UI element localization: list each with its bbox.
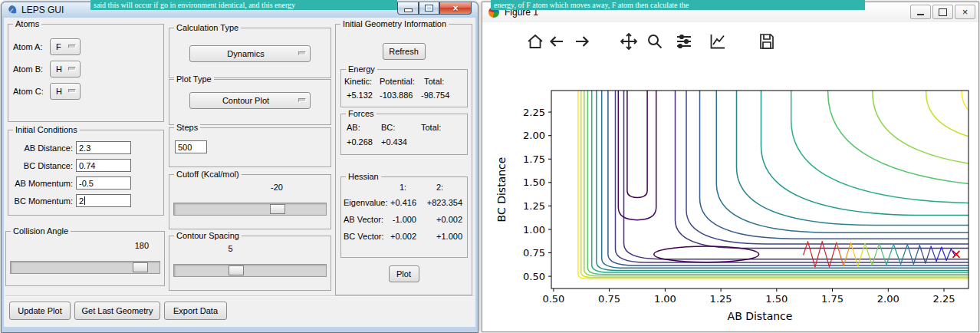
steps-label: Steps <box>174 123 200 133</box>
hessian-group: Hessian 1: 2: Eigenvalue: +0.416 +823.35… <box>340 176 468 258</box>
collision-angle-value: 180 <box>135 241 149 250</box>
maximize-button[interactable] <box>419 2 439 15</box>
ab-distance-label: AB Distance: <box>10 143 73 153</box>
svg-text:2.00: 2.00 <box>877 293 899 305</box>
zoom-icon[interactable] <box>645 31 665 51</box>
back-icon[interactable] <box>547 31 567 51</box>
forward-icon-glyph <box>572 31 592 51</box>
plot-type-select[interactable]: Contour Plot <box>189 92 311 109</box>
collision-angle-trough[interactable] <box>10 261 160 274</box>
ab-vector-2: +0.002 <box>418 214 462 225</box>
svg-text:1.25: 1.25 <box>523 200 545 212</box>
collision-angle-thumb[interactable] <box>133 262 148 272</box>
home-icon-glyph <box>525 31 545 51</box>
bc-vector-1: +0.002 <box>381 231 416 242</box>
geometry-info-group: Initial Geometry Information Refresh Ene… <box>335 24 472 295</box>
ab-momentum-input[interactable]: -0.5 <box>76 176 131 190</box>
calculation-type-select[interactable]: Dynamics <box>189 45 311 62</box>
atom-a-select[interactable]: F <box>50 38 81 55</box>
svg-text:0.75: 0.75 <box>523 247 545 259</box>
cutoff-group: Cutoff (Kcal/mol) -20 <box>169 174 331 229</box>
save-icon[interactable] <box>757 31 777 51</box>
background-text-left: said this will occur if go in environmen… <box>94 1 295 9</box>
total-header: Total: <box>424 76 444 87</box>
hessian-col1-header: 1: <box>400 182 406 193</box>
background-document-text: said this will occur if go in environmen… <box>90 0 397 10</box>
atom-c-select[interactable]: H <box>50 83 81 100</box>
figure-canvas[interactable]: 0.500.751.001.251.501.752.002.250.500.75… <box>482 61 978 331</box>
collision-angle-slider[interactable]: 180 <box>8 241 163 284</box>
svg-text:1.50: 1.50 <box>765 293 788 305</box>
export-data-button[interactable]: Export Data <box>164 302 227 320</box>
plot-button[interactable]: Plot <box>389 265 419 282</box>
forward-icon[interactable] <box>572 31 592 51</box>
total-energy-value: -98.754 <box>421 90 449 101</box>
collision-angle-label: Collision Angle <box>11 226 71 236</box>
hessian-col2-header: 2: <box>436 182 443 193</box>
atom-b-select[interactable]: H <box>50 61 81 77</box>
configure-subplots-icon[interactable] <box>674 31 694 51</box>
eigenvalue-2: +823.354 <box>418 197 462 208</box>
initial-conditions-label: Initial Conditions <box>13 125 80 135</box>
back-icon-glyph <box>547 31 567 51</box>
bc-distance-input[interactable]: 0.74 <box>76 159 131 172</box>
update-plot-button[interactable]: Update Plot <box>9 302 71 320</box>
ab-distance-input[interactable]: 2.3 <box>76 141 131 154</box>
minimize-button[interactable] <box>910 5 931 19</box>
plot-type-value: Contour Plot <box>222 96 269 105</box>
bc-vector-label: BC Vector: <box>344 231 384 242</box>
matplotlib-toolbar <box>482 22 978 61</box>
maximize-icon <box>939 8 947 16</box>
configure-subplots-icon-glyph <box>674 31 694 51</box>
svg-text:1.25: 1.25 <box>710 293 732 305</box>
bc-vector-2: +1.000 <box>418 231 462 242</box>
edit-parameters-icon[interactable] <box>708 31 728 51</box>
pan-icon-glyph <box>619 31 639 51</box>
close-button[interactable]: × <box>439 2 472 15</box>
ab-vector-label: AB Vector: <box>344 214 383 225</box>
atom-c-value: H <box>56 87 62 96</box>
close-button[interactable]: × <box>955 5 975 19</box>
cutoff-trough[interactable] <box>173 203 327 216</box>
minimize-button[interactable] <box>397 2 419 15</box>
steps-input[interactable]: 500 <box>175 140 207 153</box>
kinetic-value: +5.132 <box>347 90 373 101</box>
atom-b-label: Atom B: <box>13 64 43 74</box>
cutoff-label: Cutoff (Kcal/mol) <box>174 170 242 180</box>
zoom-icon-glyph <box>645 31 665 51</box>
minimize-icon <box>404 8 413 12</box>
maximize-button[interactable] <box>932 5 953 19</box>
steps-value: 500 <box>178 143 192 152</box>
contour-spacing-slider[interactable]: 5 <box>171 244 329 287</box>
atom-a-label: Atom A: <box>13 41 43 52</box>
force-ab-header: AB: <box>347 122 360 133</box>
minimize-icon <box>917 14 924 15</box>
contour-spacing-trough[interactable] <box>173 264 327 277</box>
initial-conditions-group: Initial Conditions AB Distance: 2.3 BC D… <box>8 130 164 216</box>
contour-plot-svg[interactable]: 0.500.751.001.251.501.752.002.250.500.75… <box>482 61 978 331</box>
force-bc-value: +0.434 <box>381 137 407 147</box>
contour-spacing-thumb[interactable] <box>229 265 244 275</box>
window-title: LEPS GUI <box>21 5 64 15</box>
atom-b-value: H <box>56 64 62 74</box>
ab-momentum-value: -0.5 <box>79 179 94 188</box>
atom-a-value: F <box>56 42 61 51</box>
svg-text:0.50: 0.50 <box>542 293 564 305</box>
cutoff-thumb[interactable] <box>270 204 285 214</box>
plot-type-label: Plot Type <box>174 74 214 84</box>
svg-text:2.25: 2.25 <box>933 293 955 305</box>
bc-distance-label: BC Distance: <box>10 160 73 171</box>
contour-spacing-value: 5 <box>228 244 232 253</box>
refresh-button[interactable]: Refresh <box>383 43 426 60</box>
refresh-button-label: Refresh <box>389 47 419 56</box>
force-ab-value: +0.268 <box>347 137 373 147</box>
get-last-geometry-button[interactable]: Get Last Geometry <box>74 302 160 320</box>
cutoff-slider[interactable]: -20 <box>171 183 329 226</box>
force-bc-header: BC: <box>381 122 395 133</box>
home-icon[interactable] <box>525 31 545 51</box>
steps-group: Steps 500 <box>169 127 331 167</box>
pan-icon[interactable] <box>619 31 639 51</box>
dropdown-indicator-icon <box>68 45 76 48</box>
bc-momentum-input[interactable]: 2 <box>76 194 131 207</box>
close-icon: × <box>962 7 968 17</box>
